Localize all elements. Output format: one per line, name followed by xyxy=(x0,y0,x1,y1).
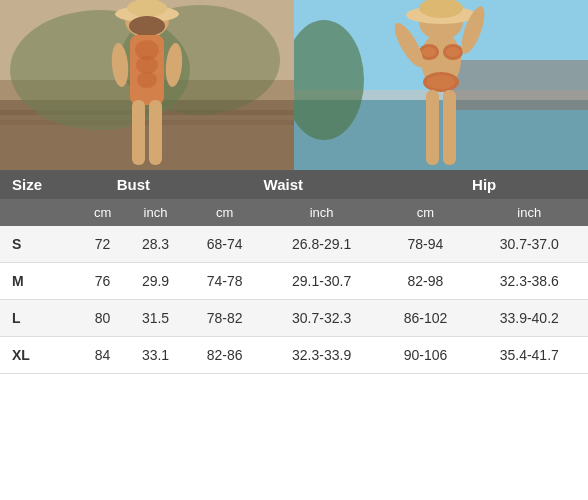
waist-cm-cell: 82-86 xyxy=(186,337,263,374)
svg-point-10 xyxy=(129,16,165,36)
size-cell: M xyxy=(0,263,80,300)
svg-rect-17 xyxy=(132,100,145,165)
waist-inch-cell: 30.7-32.3 xyxy=(263,300,380,337)
hip-cm-header: cm xyxy=(380,199,470,226)
waist-cm-cell: 78-82 xyxy=(186,300,263,337)
hip-inch-cell: 32.3-38.6 xyxy=(471,263,588,300)
bust-inch-cell: 29.9 xyxy=(125,263,187,300)
size-cell: S xyxy=(0,226,80,263)
bust-cm-header: cm xyxy=(80,199,124,226)
hip-cm-cell: 78-94 xyxy=(380,226,470,263)
photo-left xyxy=(0,0,294,170)
hip-column-header: Hip xyxy=(380,170,588,199)
bust-inch-cell: 28.3 xyxy=(125,226,187,263)
waist-column-header: Waist xyxy=(186,170,380,199)
svg-point-14 xyxy=(137,72,157,88)
svg-point-13 xyxy=(136,56,158,74)
waist-cm-cell: 68-74 xyxy=(186,226,263,263)
hip-cm-cell: 86-102 xyxy=(380,300,470,337)
svg-point-30 xyxy=(422,47,436,57)
waist-cm-header: cm xyxy=(186,199,263,226)
bust-cm-cell: 80 xyxy=(80,300,124,337)
hip-inch-cell: 30.7-37.0 xyxy=(471,226,588,263)
bust-inch-header: inch xyxy=(125,199,187,226)
hip-inch-cell: 33.9-40.2 xyxy=(471,300,588,337)
header-row-units: cm inch cm inch cm inch xyxy=(0,199,588,226)
header-row-groups: Size Bust Waist Hip xyxy=(0,170,588,199)
size-cell: L xyxy=(0,300,80,337)
size-unit-spacer xyxy=(0,199,80,226)
photos-container xyxy=(0,0,588,170)
table-row: M 76 29.9 74-78 29.1-30.7 82-98 32.3-38.… xyxy=(0,263,588,300)
size-cell: XL xyxy=(0,337,80,374)
svg-point-33 xyxy=(427,75,455,89)
bust-inch-cell: 33.1 xyxy=(125,337,187,374)
size-chart-table: Size Bust Waist Hip cm inch cm inch cm i… xyxy=(0,170,588,374)
table-row: S 72 28.3 68-74 26.8-29.1 78-94 30.7-37.… xyxy=(0,226,588,263)
photo-right xyxy=(294,0,588,170)
bust-cm-cell: 72 xyxy=(80,226,124,263)
bust-column-header: Bust xyxy=(80,170,186,199)
waist-inch-cell: 29.1-30.7 xyxy=(263,263,380,300)
table-row: XL 84 33.1 82-86 32.3-33.9 90-106 35.4-4… xyxy=(0,337,588,374)
svg-rect-18 xyxy=(149,100,162,165)
svg-rect-22 xyxy=(444,60,588,110)
svg-rect-36 xyxy=(426,90,439,165)
hip-inch-header: inch xyxy=(471,199,588,226)
svg-point-31 xyxy=(446,47,460,57)
waist-cm-cell: 74-78 xyxy=(186,263,263,300)
table-row: L 80 31.5 78-82 30.7-32.3 86-102 33.9-40… xyxy=(0,300,588,337)
svg-rect-37 xyxy=(443,90,456,165)
waist-inch-cell: 26.8-29.1 xyxy=(263,226,380,263)
size-column-header: Size xyxy=(0,170,80,199)
bust-inch-cell: 31.5 xyxy=(125,300,187,337)
hip-inch-cell: 35.4-41.7 xyxy=(471,337,588,374)
bust-cm-cell: 76 xyxy=(80,263,124,300)
waist-inch-cell: 32.3-33.9 xyxy=(263,337,380,374)
hip-cm-cell: 90-106 xyxy=(380,337,470,374)
hip-cm-cell: 82-98 xyxy=(380,263,470,300)
bust-cm-cell: 84 xyxy=(80,337,124,374)
waist-inch-header: inch xyxy=(263,199,380,226)
